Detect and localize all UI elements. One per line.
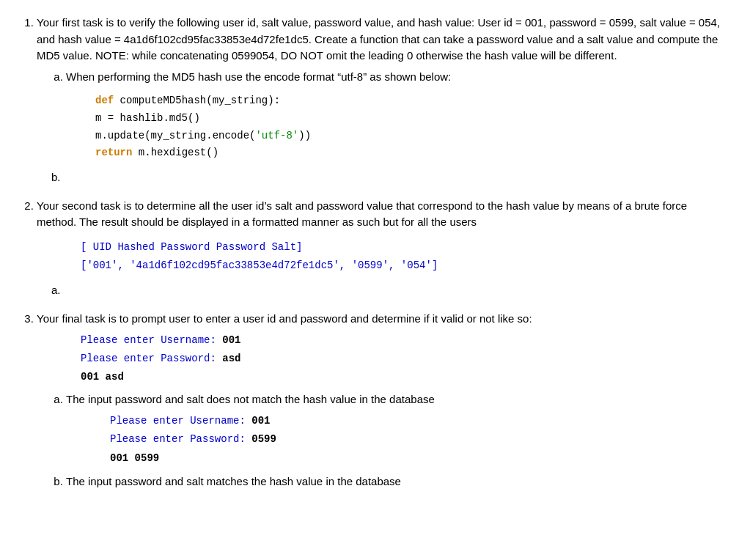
output-value-6: 001 0599 xyxy=(110,452,159,464)
task-1-text: Your first task is to verify the followi… xyxy=(37,16,720,62)
task-3: Your final task is to prompt user to ent… xyxy=(37,311,726,490)
output-value-4: 001 xyxy=(251,415,270,427)
output-block-2: Please enter Username: 001 Please enter … xyxy=(110,412,726,468)
task-1a-text: When performing the MD5 hash use the enc… xyxy=(66,70,451,83)
code-line-4: return m.hexdigest() xyxy=(95,144,726,162)
output-line-3: 001 asd xyxy=(81,368,726,386)
code-fn: computeMD5hash(my_string): xyxy=(114,95,280,106)
output-value-2: asd xyxy=(222,353,240,364)
output-value-3: 001 asd xyxy=(81,371,124,383)
table-block: [ UID Hashed Password Password Salt] ['0… xyxy=(81,238,726,275)
code-line-2: m = hashlib.md5() xyxy=(95,110,726,128)
table-header: [ UID Hashed Password Password Salt] xyxy=(81,238,726,257)
output-line-1: Please enter Username: 001 xyxy=(81,331,726,350)
code-line-3: m.update(my_string.encode('utf-8')) xyxy=(95,128,726,145)
output-line-5: Please enter Password: 0599 xyxy=(110,430,726,449)
task-1b-placeholder: b. xyxy=(51,169,726,186)
output-prefix-2: Please enter Password: xyxy=(81,353,222,364)
task-3-subitems: The input password and salt does not mat… xyxy=(37,391,726,490)
task-3-text: Your final task is to prompt user to ent… xyxy=(37,312,532,325)
task-2a-label: a. xyxy=(51,282,726,299)
keyword-return: return xyxy=(95,147,132,158)
output-value-5: 0599 xyxy=(251,433,276,445)
output-line-4: Please enter Username: 001 xyxy=(110,412,726,430)
output-line-6: 001 0599 xyxy=(110,449,726,468)
code-line-1: def computeMD5hash(my_string): xyxy=(95,92,726,110)
output-prefix-4: Please enter Username: xyxy=(110,415,251,427)
task-3a-text: The input password and salt does not mat… xyxy=(66,393,435,405)
main-content: Your first task is to verify the followi… xyxy=(22,15,726,490)
task-list: Your first task is to verify the followi… xyxy=(22,15,726,490)
task-3b: The input password and salt matches the … xyxy=(66,474,726,490)
task-1a: When performing the MD5 hash use the enc… xyxy=(66,69,726,163)
task-1b-label: b. xyxy=(51,171,61,183)
task-1-subitems: When performing the MD5 hash use the enc… xyxy=(37,69,726,186)
task-2: Your second task is to determine all the… xyxy=(37,198,726,299)
output-prefix-1: Please enter Username: xyxy=(81,334,222,346)
code-line4-rest: m.hexdigest() xyxy=(132,147,218,158)
output-line-2: Please enter Password: asd xyxy=(81,350,726,368)
task-3a: The input password and salt does not mat… xyxy=(66,391,726,468)
code-line3-pre: m.update(my_string.encode( xyxy=(95,130,255,141)
task-3b-text: The input password and salt matches the … xyxy=(66,475,401,487)
code-string: 'utf-8' xyxy=(255,130,298,141)
task-1: Your first task is to verify the followi… xyxy=(37,15,726,186)
code-block: def computeMD5hash(my_string): m = hashl… xyxy=(95,92,726,162)
output-value-1: 001 xyxy=(222,334,240,346)
code-line3-post: )) xyxy=(298,130,311,141)
table-row-1: ['001', '4a1d6f102cd95fac33853e4d72fe1dc… xyxy=(81,257,726,275)
task-2-text: Your second task is to determine all the… xyxy=(37,199,687,229)
output-block-1: Please enter Username: 001 Please enter … xyxy=(81,331,726,387)
keyword-def: def xyxy=(95,95,114,106)
output-prefix-5: Please enter Password: xyxy=(110,433,251,445)
